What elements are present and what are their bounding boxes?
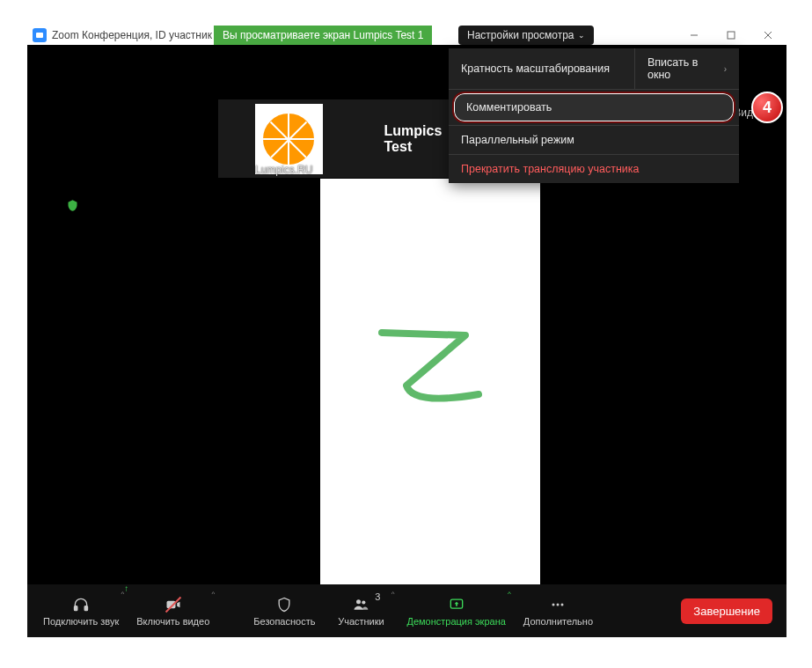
view-settings-menu: Кратность масштабирования Вписать в окно… bbox=[449, 48, 739, 183]
chevron-up-icon[interactable]: ^ bbox=[121, 590, 124, 598]
svg-point-11 bbox=[552, 604, 555, 606]
meeting-toolbar: ↑ Подключить звук ^ Включить видео ^ Без… bbox=[27, 584, 786, 637]
more-button[interactable]: Дополнительно bbox=[515, 584, 602, 637]
menu-stop-share-label: Прекратить трансляцию участника bbox=[461, 163, 640, 175]
security-label: Безопасность bbox=[253, 616, 315, 627]
end-meeting-label: Завершение bbox=[693, 605, 760, 618]
menu-zoom-ratio[interactable]: Кратность масштабирования bbox=[449, 48, 635, 89]
participant-tile[interactable]: Lumpics Test Lumpics.RU bbox=[218, 99, 470, 178]
menu-side-by-side-label: Параллельный режим bbox=[461, 134, 574, 146]
svg-rect-7 bbox=[166, 601, 175, 608]
viewing-screen-text: Вы просматриваете экран Lumpics Test 1 bbox=[223, 29, 423, 41]
encryption-shield-icon[interactable] bbox=[66, 199, 79, 215]
participant-name-tag: Lumpics.RU bbox=[255, 164, 312, 176]
chevron-down-icon: ⌄ bbox=[578, 31, 585, 40]
menu-side-by-side[interactable]: Параллельный режим bbox=[449, 126, 739, 154]
orange-logo-icon bbox=[260, 111, 317, 167]
menu-annotate-label: Комментировать bbox=[466, 101, 552, 114]
security-button[interactable]: Безопасность bbox=[245, 584, 324, 637]
join-audio-label: Подключить звук bbox=[43, 616, 119, 627]
camera-off-icon bbox=[165, 595, 182, 614]
view-settings-dropdown[interactable]: Настройки просмотра ⌄ bbox=[458, 26, 594, 45]
menu-fit-window-label: Вписать в окно bbox=[647, 56, 724, 81]
viewing-screen-banner: Вы просматриваете экран Lumpics Test 1 bbox=[214, 26, 432, 45]
join-audio-button[interactable]: ↑ Подключить звук ^ bbox=[34, 584, 128, 637]
more-label: Дополнительно bbox=[523, 616, 593, 627]
participants-label: Участники bbox=[338, 616, 384, 627]
people-icon bbox=[352, 595, 369, 614]
svg-rect-1 bbox=[728, 32, 735, 39]
window-title: Zoom Конференция, ID участник bbox=[52, 29, 212, 41]
svg-point-13 bbox=[561, 604, 564, 606]
participants-count: 3 bbox=[375, 591, 380, 602]
start-video-button[interactable]: Включить видео ^ bbox=[128, 584, 218, 637]
menu-fit-window[interactable]: Вписать в окно › bbox=[635, 48, 739, 89]
svg-point-8 bbox=[356, 599, 361, 604]
chevron-right-icon: › bbox=[724, 64, 727, 74]
step-number-badge: 4 bbox=[751, 92, 783, 123]
svg-rect-6 bbox=[84, 606, 87, 611]
more-icon bbox=[549, 595, 567, 614]
annotation-drawing bbox=[364, 319, 496, 416]
menu-annotate[interactable]: Комментировать bbox=[452, 92, 735, 123]
menu-zoom-ratio-label: Кратность масштабирования bbox=[461, 62, 610, 75]
share-screen-icon bbox=[448, 595, 465, 614]
shared-screen-content bbox=[320, 179, 540, 617]
headphones-icon: ↑ bbox=[72, 595, 90, 614]
start-video-label: Включить видео bbox=[136, 616, 209, 627]
svg-point-9 bbox=[362, 600, 366, 604]
chevron-up-icon[interactable]: ^ bbox=[391, 590, 395, 598]
chevron-up-icon[interactable]: ^ bbox=[212, 590, 216, 598]
zoom-app-icon bbox=[33, 28, 47, 42]
chevron-up-icon[interactable]: ^ bbox=[508, 590, 511, 598]
share-screen-label: Демонстрация экрана bbox=[406, 616, 505, 627]
view-settings-label: Настройки просмотра bbox=[467, 29, 574, 41]
end-meeting-button[interactable]: Завершение bbox=[681, 598, 772, 624]
participants-button[interactable]: 3 Участники ^ bbox=[324, 584, 398, 637]
svg-rect-5 bbox=[75, 606, 77, 611]
shield-icon bbox=[275, 595, 293, 614]
menu-stop-participant-share[interactable]: Прекратить трансляцию участника bbox=[449, 155, 739, 183]
maximize-button[interactable] bbox=[713, 26, 750, 45]
step-number: 4 bbox=[763, 99, 772, 117]
svg-point-12 bbox=[557, 604, 560, 606]
close-button[interactable] bbox=[750, 26, 786, 45]
minimize-button[interactable] bbox=[676, 26, 713, 45]
share-screen-button[interactable]: Демонстрация экрана ^ bbox=[398, 584, 514, 637]
